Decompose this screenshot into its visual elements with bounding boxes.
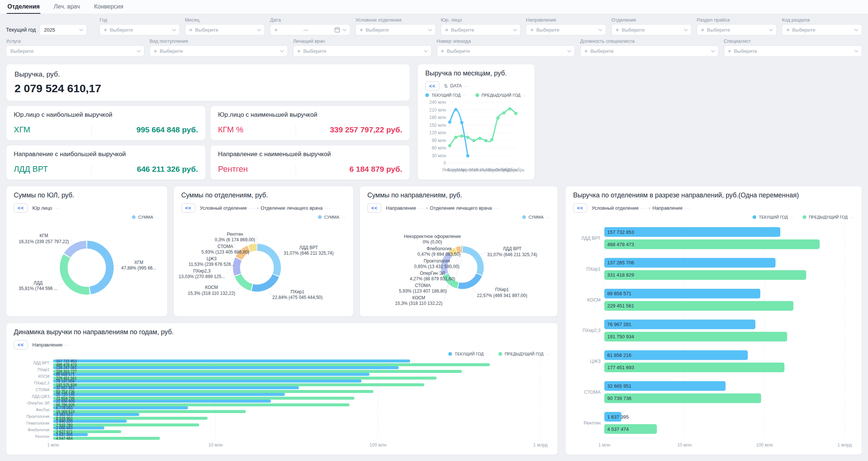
bar-previous-year[interactable]: [53, 403, 350, 406]
bar-current-year[interactable]: [53, 406, 188, 409]
breadcrumb-item[interactable]: Отделение лечащего врача···: [430, 205, 500, 211]
bar-current-year[interactable]: [53, 400, 271, 403]
filter-select[interactable]: ≡Выберите: [526, 24, 606, 35]
breadcrumb-item[interactable]: Направление···: [653, 205, 690, 211]
bar-value-label: 157 732 853: [607, 229, 634, 235]
donut-slice[interactable]: [238, 275, 252, 287]
bar-current-year[interactable]: [53, 380, 361, 383]
bar-previous-year[interactable]: [53, 423, 199, 426]
data-point[interactable]: [466, 136, 469, 139]
donut-slice[interactable]: [252, 275, 276, 288]
bar-previous-year[interactable]: [53, 390, 373, 393]
bar-previous-year[interactable]: [53, 417, 208, 420]
donut-slice[interactable]: [64, 256, 90, 291]
collapse-button[interactable]: <<: [14, 340, 28, 349]
data-point[interactable]: [472, 139, 475, 142]
data-point[interactable]: [478, 137, 482, 140]
legend-item[interactable]: СУММА··: [522, 215, 550, 220]
slice-label: Рентген0,3% (6 174 869,00): [215, 232, 255, 243]
more-icon[interactable]: ···: [54, 205, 60, 211]
bar-previous-year[interactable]: [604, 270, 806, 280]
more-icon[interactable]: ···: [494, 205, 500, 211]
data-point[interactable]: [508, 107, 511, 110]
data-point[interactable]: [496, 116, 500, 120]
data-point[interactable]: [460, 121, 464, 124]
filter-select[interactable]: ≡Выберите: [782, 24, 862, 35]
legend-item[interactable]: ТЕКУЩИЙ ГОД··: [425, 93, 467, 98]
filter-select[interactable]: ≡—: [270, 24, 350, 35]
donut-slice[interactable]: [463, 249, 481, 274]
legend-item[interactable]: ПРЕДЫДУЩИЙ ГОД··: [475, 93, 527, 98]
collapse-button[interactable]: <<: [425, 81, 439, 91]
data-chip[interactable]: ⇅ DATA ···: [444, 83, 470, 89]
filter-select[interactable]: ≡Выберите: [100, 24, 180, 35]
data-point[interactable]: [454, 108, 458, 111]
donut-slice[interactable]: [257, 247, 277, 275]
bar-previous-year[interactable]: [53, 377, 436, 380]
filter-select[interactable]: ≡Выберите: [355, 24, 436, 35]
data-point[interactable]: [490, 138, 494, 141]
data-point[interactable]: [448, 120, 452, 124]
data-point[interactable]: [514, 112, 518, 115]
breadcrumb-item[interactable]: Условный отделение···: [200, 205, 255, 211]
data-point[interactable]: [454, 136, 458, 139]
collapse-button[interactable]: <<: [367, 203, 381, 213]
breadcrumb-item[interactable]: Условный отделение···: [592, 205, 647, 211]
data-point[interactable]: [448, 144, 452, 147]
filter-select[interactable]: ≡Выберите: [150, 45, 288, 57]
filter-select[interactable]: ≡Выберите: [580, 45, 719, 57]
more-icon[interactable]: ···: [641, 205, 647, 211]
bar-current-year[interactable]: [53, 366, 399, 369]
tab-2[interactable]: Леч. врач: [53, 0, 81, 14]
filter-select[interactable]: Выберите: [6, 45, 144, 57]
collapse-button[interactable]: <<: [14, 203, 28, 213]
more-icon[interactable]: ···: [418, 205, 424, 211]
donut-slice[interactable]: [459, 275, 479, 286]
legend-item[interactable]: ПРЕДЫДУЩИЙ ГОД··: [803, 215, 854, 220]
breadcrumb-item[interactable]: Направление···: [32, 342, 70, 348]
data-point[interactable]: [484, 139, 488, 142]
filter-select[interactable]: ≡Выберите: [437, 45, 575, 57]
tab-3[interactable]: Конверсия: [93, 0, 124, 14]
legend-item[interactable]: ТЕКУЩИЙ ГОД··: [752, 215, 794, 220]
filter-select[interactable]: ≡Выберите: [441, 24, 521, 35]
bar-current-year[interactable]: [53, 360, 410, 362]
donut-slice[interactable]: [237, 259, 238, 275]
bar-current-year[interactable]: [53, 373, 370, 376]
bar-previous-year[interactable]: [53, 397, 354, 400]
bar-previous-year[interactable]: [53, 383, 424, 386]
breadcrumb-item[interactable]: Направление···: [386, 205, 424, 211]
current-year-select[interactable]: 2025: [39, 24, 87, 35]
legend-item[interactable]: СУММА··: [318, 215, 346, 220]
more-icon[interactable]: ···: [464, 83, 470, 89]
donut-slice[interactable]: [87, 245, 110, 290]
filter-select[interactable]: ≡Выберите: [185, 24, 265, 35]
bar-current-year[interactable]: [53, 386, 299, 389]
filter-select[interactable]: ≡Выберите: [697, 24, 777, 35]
bar-previous-year[interactable]: [53, 410, 246, 413]
bar-previous-year[interactable]: [53, 363, 490, 366]
breadcrumb-item[interactable]: Отделение лечащего врача···: [261, 205, 331, 211]
data-point[interactable]: [466, 154, 469, 158]
data-point[interactable]: [460, 134, 464, 138]
legend-item[interactable]: ПРЕДЫДУЩИЙ ГОД··: [498, 351, 550, 357]
collapse-button[interactable]: <<: [573, 203, 587, 213]
legend-item[interactable]: СУММА··: [132, 215, 160, 220]
bar-previous-year[interactable]: [604, 239, 820, 249]
filter-select[interactable]: ≡Выберите: [724, 45, 862, 57]
tab-1[interactable]: Отделения: [7, 0, 40, 14]
breadcrumb-item[interactable]: Юр лицо···: [32, 205, 60, 211]
data-point[interactable]: [502, 111, 505, 115]
bar-current-year[interactable]: [53, 393, 285, 396]
collapse-button[interactable]: <<: [181, 203, 195, 213]
donut-slice[interactable]: [67, 245, 86, 255]
more-icon[interactable]: ···: [685, 205, 690, 211]
filter-select[interactable]: ≡Выберите: [611, 24, 692, 35]
more-icon[interactable]: ···: [325, 205, 331, 211]
legend-item[interactable]: ТЕКУЩИЙ ГОД··: [448, 351, 490, 357]
bar-previous-year[interactable]: [53, 370, 462, 373]
filter-select[interactable]: ≡Выберите: [293, 45, 432, 57]
donut-slice[interactable]: [250, 247, 256, 249]
more-icon[interactable]: ···: [64, 342, 70, 348]
more-icon[interactable]: ···: [249, 205, 255, 211]
